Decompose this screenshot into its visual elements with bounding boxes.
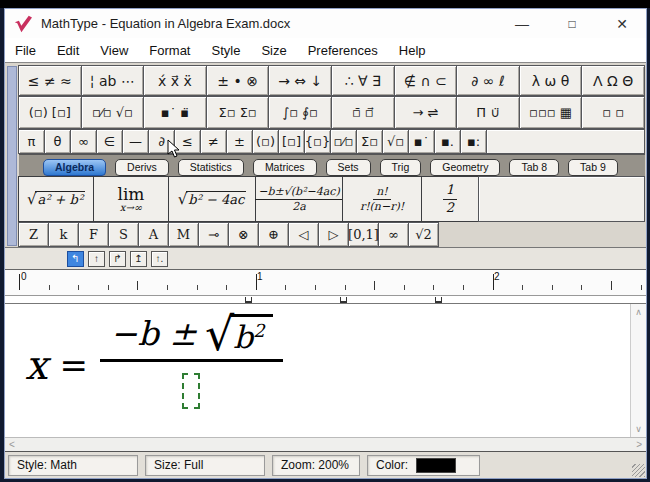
small-bar-button[interactable]: ≠ — [200, 129, 227, 154]
template-discriminant[interactable]: √b² − 4ac — [168, 176, 256, 222]
status-zoom[interactable]: Zoom: 200% — [272, 455, 360, 476]
small-bar-button[interactable]: √▫ — [382, 129, 409, 154]
tab-stop-marker[interactable] — [435, 297, 442, 303]
equation-canvas[interactable]: x = −b ± √ b2 — [5, 304, 646, 437]
symbol-palette-button[interactable]: → ⇔ ↓ — [268, 65, 332, 96]
menu-item[interactable]: Help — [399, 43, 426, 58]
scroll-left-icon[interactable]: < — [9, 439, 15, 450]
letter-symbol-button[interactable]: ⊸ — [198, 222, 229, 247]
template-palette-button[interactable]: ▫▫▫ ▦ — [519, 96, 583, 129]
small-bar-button[interactable]: ∂ — [148, 129, 175, 154]
vertical-scrollbar[interactable]: ∧ ∨ — [630, 304, 646, 437]
palette-tab[interactable]: Tab 9 — [568, 159, 618, 176]
insert-arrow-button[interactable]: ↱ — [109, 251, 126, 267]
resize-grip[interactable] — [632, 464, 645, 477]
template-palette-button[interactable]: ▫ ▫ — [581, 96, 645, 129]
letter-symbol-button[interactable]: √2 — [408, 222, 439, 247]
close-button[interactable]: ✕ — [614, 16, 630, 32]
template-palette-button[interactable]: ∫▫ ∮▫ — [268, 96, 332, 129]
empty-denominator-slot[interactable] — [182, 373, 200, 409]
template-palette-button[interactable]: ▫⁄▫ √▫ — [81, 96, 145, 129]
template-palette-button[interactable]: (▫) [▫] — [18, 96, 82, 129]
letter-symbol-button[interactable]: M — [168, 222, 199, 247]
minimize-button[interactable]: — — [514, 16, 530, 32]
template-palette-button[interactable]: → ⇌ — [394, 96, 458, 129]
small-bar-button[interactable]: [▫] — [278, 129, 305, 154]
small-bar-button[interactable]: ▪. — [434, 129, 461, 154]
small-bar-button[interactable]: θ — [44, 129, 71, 154]
letter-symbol-button[interactable]: [0,1] — [348, 222, 379, 247]
maximize-button[interactable]: □ — [564, 17, 580, 31]
template-sqrt-a2-b2[interactable]: √a² + b² — [18, 176, 94, 222]
palette-tab[interactable]: Matrices — [253, 159, 317, 176]
letter-symbol-button[interactable]: k — [48, 222, 79, 247]
palette-tab[interactable]: Geometry — [430, 159, 500, 176]
color-swatch[interactable] — [416, 458, 456, 473]
palette-tab[interactable]: Statistics — [178, 159, 244, 176]
tab-stop-marker[interactable] — [340, 297, 347, 303]
palette-tab[interactable]: Sets — [326, 159, 371, 176]
insert-arrow-button[interactable]: ↑ — [88, 251, 105, 267]
template-limit[interactable]: lim x→∞ — [93, 176, 169, 222]
symbol-palette-button[interactable]: ¦ ab ⋯ — [81, 65, 145, 96]
insert-arrow-button[interactable]: ↰ — [67, 251, 84, 267]
small-bar-button[interactable]: {▫} — [304, 129, 331, 154]
small-bar-button[interactable]: (▫) — [252, 129, 279, 154]
tab-stop-marker[interactable] — [245, 297, 252, 303]
toolbar-drag-handle[interactable] — [7, 66, 17, 246]
status-color[interactable]: Color: — [367, 455, 480, 476]
symbol-palette-button[interactable]: x́ x⃗ ẍ — [143, 65, 207, 96]
menu-item[interactable]: Style — [211, 43, 240, 58]
menu-item[interactable]: View — [100, 43, 128, 58]
menu-item[interactable]: File — [15, 43, 36, 58]
menu-item[interactable]: Edit — [57, 43, 79, 58]
insert-arrow-button[interactable]: ↥ — [130, 251, 147, 267]
template-combination[interactable]: n! r!(n−r)! — [342, 176, 422, 222]
small-bar-button[interactable]: ± — [226, 129, 253, 154]
letter-symbol-button[interactable]: ▷ — [318, 222, 349, 247]
status-style[interactable]: Style: Math — [8, 455, 138, 476]
small-bar-button[interactable]: ▫⁄▫ — [330, 129, 357, 154]
template-quadratic-formula[interactable]: −b±√(b²−4ac) 2a — [255, 176, 343, 222]
small-bar-button[interactable]: ≤ — [174, 129, 201, 154]
small-bar-button[interactable]: ▪˙ — [408, 129, 435, 154]
symbol-palette-button[interactable]: Λ Ω Θ — [581, 65, 645, 96]
symbol-palette-button[interactable]: ∂ ∞ ℓ — [456, 65, 520, 96]
small-bar-button[interactable]: ∞ — [70, 129, 97, 154]
scroll-down-icon[interactable]: ∨ — [635, 424, 642, 434]
letter-symbol-button[interactable]: Z — [18, 222, 49, 247]
palette-tab[interactable]: Tab 8 — [509, 159, 559, 176]
symbol-palette-button[interactable]: ∉ ∩ ⊂ — [394, 65, 458, 96]
template-palette-button[interactable]: ▪˙ ▪̈ — [143, 96, 207, 129]
letter-symbol-button[interactable]: ∞ — [378, 222, 409, 247]
horizontal-scrollbar[interactable]: < > — [5, 437, 646, 451]
palette-tab[interactable]: Trig — [380, 159, 422, 176]
symbol-palette-button[interactable]: λ ω θ — [519, 65, 583, 96]
symbol-palette-button[interactable]: ≤ ≠ ≈ — [18, 65, 82, 96]
scroll-up-icon[interactable]: ∧ — [635, 307, 642, 317]
small-bar-button[interactable]: ▪: — [460, 129, 487, 154]
menu-item[interactable]: Size — [261, 43, 286, 58]
letter-symbol-button[interactable]: S — [108, 222, 139, 247]
small-bar-button[interactable]: ∈ — [96, 129, 123, 154]
small-bar-button[interactable]: — — [122, 129, 149, 154]
insert-arrow-button[interactable]: ↑. — [151, 251, 168, 267]
letter-symbol-button[interactable]: A — [138, 222, 169, 247]
ruler[interactable]: 012 — [5, 269, 646, 296]
template-palette-button[interactable]: Π̈ ∪̈ — [456, 96, 520, 129]
menu-item[interactable]: Preferences — [308, 43, 378, 58]
letter-symbol-button[interactable]: F — [78, 222, 109, 247]
menu-item[interactable]: Format — [149, 43, 190, 58]
template-palette-button[interactable]: Σ▫ Σ▫ — [206, 96, 270, 129]
letter-symbol-button[interactable]: ⊗ — [228, 222, 259, 247]
template-one-half[interactable]: 1 2 — [421, 176, 479, 222]
scroll-right-icon[interactable]: > — [636, 439, 642, 450]
small-bar-button[interactable]: π — [18, 129, 45, 154]
letter-symbol-button[interactable]: ◁ — [288, 222, 319, 247]
symbol-palette-button[interactable]: ∴ ∀ ∃ — [331, 65, 395, 96]
symbol-palette-button[interactable]: ± • ⊗ — [206, 65, 270, 96]
palette-tab[interactable]: Derivs — [115, 159, 169, 176]
status-size[interactable]: Size: Full — [145, 455, 265, 476]
palette-tab[interactable]: Algebra — [43, 159, 106, 176]
letter-symbol-button[interactable]: ⊕ — [258, 222, 289, 247]
